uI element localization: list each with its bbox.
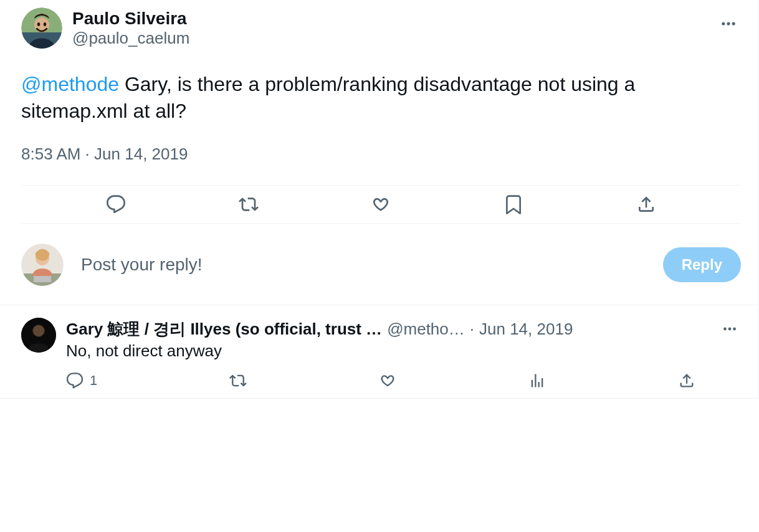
svg-point-5: [44, 22, 47, 26]
retweet-icon: [239, 194, 259, 214]
share-icon: [636, 194, 656, 214]
svg-point-3: [34, 17, 49, 32]
svg-point-19: [728, 328, 732, 331]
tweet-actions-bar: [21, 185, 741, 224]
svg-point-7: [727, 22, 730, 25]
reply-actions-bar: 1: [66, 372, 695, 389]
reply-icon: [106, 194, 126, 214]
svg-point-18: [723, 328, 727, 331]
share-icon: [678, 372, 695, 389]
svg-point-17: [33, 325, 44, 336]
analytics-icon: [528, 372, 546, 389]
main-tweet: Paulo Silveira @paulo_caelum @methode Ga…: [0, 0, 758, 227]
reply-icon: [66, 372, 84, 389]
author-avatar[interactable]: [21, 7, 62, 49]
more-button[interactable]: [716, 11, 741, 36]
svg-point-4: [37, 22, 41, 26]
svg-point-6: [722, 22, 725, 25]
svg-point-8: [732, 22, 735, 25]
svg-point-20: [733, 328, 736, 331]
retweet-icon: [229, 372, 247, 389]
reply-like-button[interactable]: [379, 372, 396, 389]
reply-share-button[interactable]: [678, 372, 695, 389]
reply-more-button[interactable]: [718, 318, 741, 340]
more-icon: [720, 15, 737, 32]
author-handle[interactable]: @paulo_caelum: [72, 29, 189, 48]
reply-compose-bar: Post your reply! Reply: [0, 227, 758, 305]
author-display-name[interactable]: Paulo Silveira: [72, 9, 189, 29]
reply-author-handle[interactable]: @metho…: [387, 320, 465, 339]
reply-author-name[interactable]: Gary 鯨理 / 경리 Illyes (so official, trust …: [66, 318, 382, 340]
separator-dot: ·: [470, 320, 474, 339]
heart-icon: [379, 372, 396, 389]
more-icon: [722, 321, 738, 337]
mention-link[interactable]: @methode: [21, 73, 119, 95]
reply-button[interactable]: [106, 194, 126, 214]
current-user-avatar[interactable]: [21, 244, 64, 286]
reply-count: 1: [90, 373, 97, 389]
reply-reply-button[interactable]: 1: [66, 372, 97, 389]
reply-retweet-button[interactable]: [229, 372, 247, 389]
reply-author-avatar[interactable]: [21, 318, 56, 353]
bookmark-button[interactable]: [504, 194, 523, 214]
reply-text: No, not direct anyway: [66, 341, 741, 361]
reply-submit-button[interactable]: Reply: [663, 247, 741, 282]
bookmark-icon: [504, 194, 523, 214]
tweet-timestamp[interactable]: 8:53 AM · Jun 14, 2019: [21, 145, 741, 164]
reply-input[interactable]: Post your reply!: [81, 255, 646, 275]
retweet-button[interactable]: [239, 194, 259, 214]
share-button[interactable]: [636, 194, 656, 214]
reply-tweet[interactable]: Gary 鯨理 / 경리 Illyes (so official, trust …: [0, 305, 758, 399]
tweet-text: @methode Gary, is there a problem/rankin…: [21, 71, 741, 125]
like-button[interactable]: [371, 194, 391, 214]
reply-analytics-button[interactable]: [528, 372, 546, 389]
reply-date[interactable]: Jun 14, 2019: [479, 320, 573, 339]
heart-icon: [371, 194, 391, 214]
